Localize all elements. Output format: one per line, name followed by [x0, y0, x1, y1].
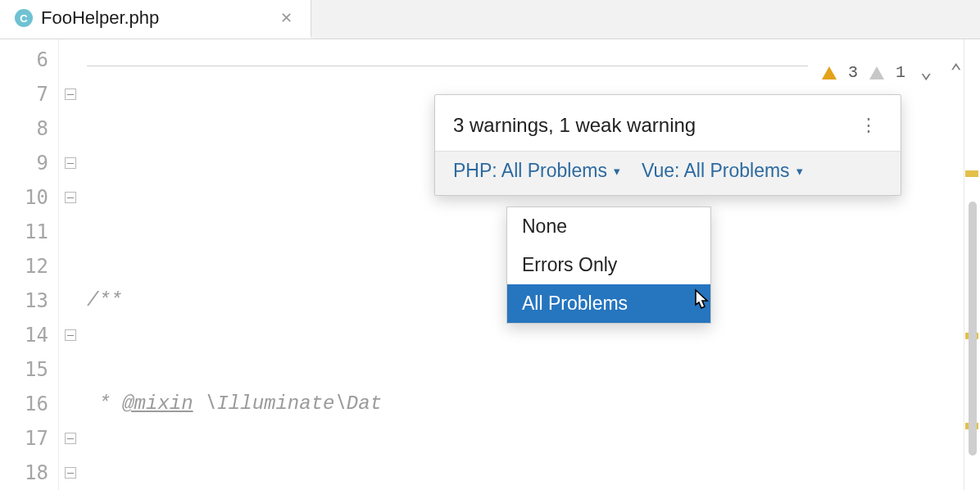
filter-php[interactable]: PHP: All Problems ▾ [453, 160, 620, 182]
popup-filters: PHP: All Problems ▾ Vue: All Problems ▾ [435, 151, 901, 195]
fold-cell [59, 352, 82, 387]
line-number: 13 [0, 284, 58, 318]
line-number: 12 [0, 249, 58, 284]
line-number: 6 [0, 43, 58, 77]
fold-cell [59, 215, 82, 249]
error-stripe[interactable] [964, 39, 980, 490]
line-number: 17 [0, 421, 58, 456]
chevron-up-icon[interactable]: ⌃ [947, 54, 965, 92]
fold-cell [59, 318, 82, 352]
line-number: 15 [0, 352, 58, 387]
line-number: 10 [0, 180, 58, 215]
filter-label: Vue: All Problems [642, 160, 790, 182]
inspection-indicator[interactable]: ! 3 ! 1 ⌄ ⌃ [822, 54, 965, 92]
line-number: 18 [0, 456, 58, 490]
line-number: 11 [0, 215, 58, 249]
fold-column [59, 39, 82, 490]
fold-toggle-icon[interactable] [65, 88, 76, 100]
close-icon[interactable]: ✕ [277, 6, 296, 30]
tab-filename: FooHelper.php [41, 7, 159, 29]
scrollbar-thumb[interactable] [969, 202, 977, 456]
fold-cell [59, 146, 82, 180]
warning-marker[interactable] [965, 170, 978, 177]
filter-label: PHP: All Problems [453, 160, 607, 182]
more-icon[interactable]: ⋮ [855, 111, 882, 139]
line-number: 16 [0, 387, 58, 421]
filetype-icon: C [15, 9, 33, 27]
menu-item[interactable]: None [507, 207, 710, 246]
fold-cell [59, 111, 82, 146]
fold-cell [59, 249, 82, 284]
warning-count: 3 [848, 56, 858, 90]
line-number: 7 [0, 77, 58, 111]
line-gutter: 6789101112131415161718 [0, 39, 59, 490]
annotation: @mixin [122, 392, 193, 415]
code-line: * @mixin \Illuminate\Dat [82, 387, 980, 421]
fold-toggle-icon[interactable] [65, 433, 76, 444]
tab-bar: C FooHelper.php ✕ [0, 0, 980, 39]
popup-header: 3 warnings, 1 weak warning ⋮ [435, 95, 901, 151]
line-number: 8 [0, 111, 58, 146]
inspection-popup: 3 warnings, 1 weak warning ⋮ PHP: All Pr… [434, 94, 901, 196]
chevron-down-icon: ▾ [796, 164, 803, 179]
menu-item[interactable]: All Problems [507, 284, 710, 323]
fold-toggle-icon[interactable] [65, 192, 76, 203]
popup-title: 3 warnings, 1 weak warning [453, 114, 696, 137]
chevron-down-icon: ▾ [614, 164, 620, 179]
filter-vue[interactable]: Vue: All Problems ▾ [642, 160, 803, 182]
fold-cell [59, 77, 82, 111]
separator [87, 66, 808, 66]
fold-cell [59, 387, 82, 421]
fold-cell [59, 43, 82, 77]
fold-cell [59, 456, 82, 490]
warning-icon: ! [822, 66, 837, 79]
weak-warning-icon: ! [869, 66, 884, 79]
editor-tab[interactable]: C FooHelper.php ✕ [0, 0, 311, 39]
line-number: 14 [0, 318, 58, 352]
fold-cell [59, 284, 82, 318]
fold-cell [59, 421, 82, 456]
menu-item[interactable]: Errors Only [507, 246, 710, 284]
fold-toggle-icon[interactable] [65, 467, 76, 479]
comment: * [87, 392, 122, 415]
weak-warning-count: 1 [896, 56, 905, 90]
comment: \Illuminate\Dat [193, 392, 382, 415]
fold-toggle-icon[interactable] [65, 157, 76, 169]
inspection-level-menu: NoneErrors OnlyAll Problems [506, 206, 711, 324]
fold-cell [59, 180, 82, 215]
line-number: 9 [0, 146, 58, 180]
fold-toggle-icon[interactable] [65, 329, 76, 341]
comment: /** [87, 289, 122, 311]
chevron-down-icon[interactable]: ⌄ [917, 54, 935, 92]
